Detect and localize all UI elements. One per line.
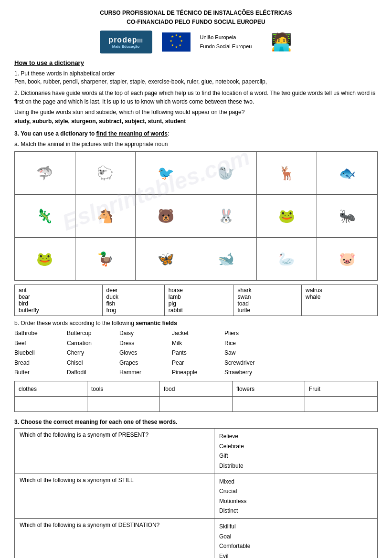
semantic-col5: PliersRiceSawScrewdriverStrawberry <box>224 328 267 377</box>
sem-header-food: food <box>160 381 233 397</box>
animal-cell-ant: 🐜 <box>317 195 378 238</box>
character-icon: 🧑‍💻 <box>271 32 292 52</box>
sem-ans-clothes <box>15 397 87 412</box>
prodep-text: prodepIII <box>108 36 143 44</box>
svg-text:★: ★ <box>175 45 178 49</box>
prodep-logo: prodepIII Mais Educação <box>100 31 152 53</box>
q3-colon: : <box>168 130 169 137</box>
q1-label: 1. Put these words in alphabetical order <box>14 70 378 77</box>
eu-flag-icon: ★ ★ ★ ★ ★ ★ ★ ★ <box>162 32 191 52</box>
section-title: How to use a dictionary <box>14 59 378 66</box>
word-bank-table: antbearbirdbutterfly deerduckfishfrog ho… <box>14 284 378 316</box>
q2-paragraph: 2. Dictionaries have guide words at the … <box>14 89 378 106</box>
synonym-q1: Which of the following is a synonym of P… <box>15 429 214 474</box>
animal-row-2: 🦎 🐴 🐻 🐰 🐸 🐜 <box>15 195 378 238</box>
title-line2: CO-FINANCIADO PELO FUNDO SOCIAL EUROPEU <box>14 18 378 27</box>
synonym-row-destination: Which of the following is a synonym of D… <box>15 519 378 558</box>
word-bank-row: antbearbirdbutterfly deerduckfishfrog ho… <box>15 285 378 316</box>
animal-cell-bear: 🐻 <box>136 195 196 238</box>
synonym-q3: Which of the following is a synonym of D… <box>15 519 214 558</box>
word-bank-col5: walruswhale <box>302 285 378 316</box>
animal-cell-rabbit: 🐰 <box>196 195 256 238</box>
semantic-col1: BathrobeBeefBluebellBreadButter <box>14 328 57 377</box>
animal-cell-frog: 🐸 <box>256 195 317 238</box>
word-bank-col4: sharkswantoadturtle <box>233 285 302 316</box>
animal-cell-toad: 🐸 <box>15 238 75 281</box>
word-bank-col3: horselambpigrabbit <box>164 285 233 316</box>
svg-text:★: ★ <box>175 33 178 37</box>
semantic-header-row: clothes tools food flowers Fruit <box>15 381 378 397</box>
semantic-answer-table: clothes tools food flowers Fruit <box>14 381 378 412</box>
synonym-table: Which of the following is a synonym of P… <box>14 428 378 558</box>
eu-union-label: União Europeia <box>200 33 252 42</box>
animal-cell-shark: 🦈 <box>15 152 75 195</box>
eu-text-block: União Europeia Fundo Social Europeu <box>200 33 252 52</box>
synonym-q2: Which of the following is a synonym of S… <box>15 474 214 519</box>
guide-words-question: Using the guide words stun and subside, … <box>14 109 378 116</box>
animal-cell-deer: 🦌 <box>256 152 317 195</box>
sem-ans-tools <box>87 397 160 412</box>
svg-text:★: ★ <box>179 43 181 47</box>
animal-cell-sheep: 🐑 <box>75 152 136 195</box>
synonym-row-present: Which of the following is a synonym of P… <box>15 429 378 474</box>
guide-words-answers: study, suburb, style, sturgeon, subtract… <box>14 117 378 126</box>
word-bank-col1: antbearbirdbutterfly <box>15 285 103 316</box>
sem-header-flowers: flowers <box>233 381 305 397</box>
semantic-b-label: b. Order these words according to the fo… <box>14 320 378 326</box>
logos-row: prodepIII Mais Educação ★ ★ ★ ★ ★ ★ ★ ★ … <box>14 31 378 53</box>
semantic-col2: ButtercupCarnationCherryChiselDaffodil <box>67 328 110 377</box>
synonym-a3: SkillfulGoalComfortableEvil <box>214 519 378 558</box>
animal-cell-fish: 🐟 <box>317 152 378 195</box>
semantic-section: b. Order these words according to the fo… <box>14 320 378 377</box>
animal-row-3: 🐸 🦆 🦋 🐋 🦢 🐷 <box>15 238 378 281</box>
semantic-col4: JacketMilkPantsPearPineapple <box>172 328 215 377</box>
q3-block: 3. You can use a dictionary to find the … <box>14 130 378 137</box>
synonym-a1: RelieveCelebrateGiftDistribute <box>214 429 378 474</box>
eu-fund-label: Fundo Social Europeu <box>200 42 252 52</box>
q3-label: 3. You can use a dictionary to <box>14 130 96 137</box>
synonym-row-still: Which of the following is a synonym of S… <box>15 474 378 519</box>
svg-text:★: ★ <box>171 35 174 38</box>
semantic-answer-row <box>15 397 378 412</box>
animal-cell-bird: 🐦 <box>136 152 196 195</box>
section4-title: 3. Choose the correct meaning for each o… <box>14 419 378 425</box>
semantic-col3: DaisyDressGlovesGrapesHammer <box>119 328 162 377</box>
animal-cell-pig: 🐷 <box>317 238 378 281</box>
prodep-subtitle: Mais Educação <box>112 44 140 49</box>
sem-ans-fruit <box>305 397 378 412</box>
animal-cell-butterfly: 🦋 <box>136 238 196 281</box>
svg-text:★: ★ <box>171 43 174 47</box>
svg-text:★: ★ <box>179 35 181 38</box>
animal-cell-swan: 🦢 <box>256 238 317 281</box>
svg-text:★: ★ <box>180 39 183 42</box>
svg-text:★: ★ <box>170 39 172 42</box>
animal-cell-duck: 🦆 <box>75 238 136 281</box>
sem-header-tools: tools <box>87 381 160 397</box>
sem-ans-flowers <box>233 397 305 412</box>
q3-label-bold: find the meaning of words <box>96 130 168 137</box>
page-title: CURSO PROFISSIONAL DE TÉCNICO DE INSTALA… <box>14 9 378 27</box>
sem-header-clothes: clothes <box>15 381 87 397</box>
semantic-columns: BathrobeBeefBluebellBreadButter Buttercu… <box>14 328 378 377</box>
animal-cell-whale: 🐋 <box>196 238 256 281</box>
q3a-label: a. Match the animal in the pictures with… <box>14 141 378 147</box>
animal-table: 🦈 🐑 🐦 🦭 🦌 🐟 🦎 🐴 🐻 🐰 🐸 🐜 🐸 🦆 🦋 🐋 🦢 🐷 <box>14 151 378 281</box>
synonym-a2: MixedCrucialMotionlessDistinct <box>214 474 378 519</box>
animal-cell-horse: 🐴 <box>75 195 136 238</box>
animal-cell-lizard: 🦎 <box>15 195 75 238</box>
q1-words: Pen, book, rubber, pencil, sharpener, st… <box>14 78 378 85</box>
sem-ans-food <box>160 397 233 412</box>
title-line1: CURSO PROFISSIONAL DE TÉCNICO DE INSTALA… <box>14 9 378 18</box>
word-bank-col2: deerduckfishfrog <box>102 285 164 316</box>
animal-cell-walrus: 🦭 <box>196 152 256 195</box>
animal-row-1: 🦈 🐑 🐦 🦭 🦌 🐟 <box>15 152 378 195</box>
section4-block: 3. Choose the correct meaning for each o… <box>14 419 378 558</box>
sem-header-fruit: Fruit <box>305 381 378 397</box>
